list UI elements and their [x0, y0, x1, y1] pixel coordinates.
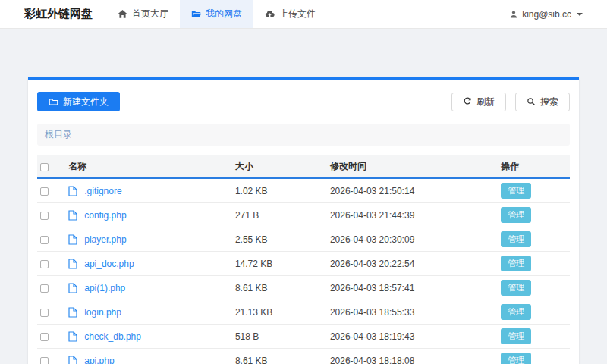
file-size: 518 B [232, 325, 327, 349]
manage-button[interactable]: 管理 [501, 256, 531, 271]
file-size: 1.02 KB [232, 178, 327, 203]
folder-plus-icon [49, 97, 58, 107]
toolbar-right: 刷新 搜索 [451, 93, 570, 111]
file-modified-time: 2026-04-03 21:50:14 [327, 178, 498, 203]
file-name-link[interactable]: login.php [84, 307, 121, 318]
file-icon [68, 234, 77, 245]
folder-icon [191, 9, 201, 19]
row-checkbox[interactable] [40, 187, 49, 196]
column-header-actions: 操作 [498, 155, 570, 178]
cloud-upload-icon [265, 9, 275, 19]
user-email: king@sib.cc [522, 9, 571, 20]
manage-button[interactable]: 管理 [501, 280, 531, 296]
manage-button[interactable]: 管理 [501, 304, 531, 320]
file-modified-time: 2026-04-03 20:22:54 [327, 252, 498, 276]
manage-button[interactable]: 管理 [501, 183, 531, 199]
file-name-link[interactable]: check_db.php [84, 331, 141, 342]
breadcrumb-root-link[interactable]: 根目录 [45, 129, 72, 140]
file-icon [68, 307, 77, 318]
column-header-modified: 修改时间 [327, 155, 498, 178]
nav-item-home-hall[interactable]: 首页大厅 [106, 0, 180, 28]
nav-item-label: 上传文件 [279, 8, 316, 20]
file-modified-time: 2026-04-03 20:30:09 [327, 228, 498, 252]
refresh-icon [463, 97, 472, 106]
file-modified-time: 2026-04-03 18:55:33 [327, 300, 498, 325]
manage-button[interactable]: 管理 [501, 207, 531, 223]
file-size: 2.55 KB [232, 228, 327, 252]
manage-button[interactable]: 管理 [501, 353, 531, 364]
file-size: 14.72 KB [232, 252, 327, 276]
user-icon [509, 10, 518, 19]
user-menu[interactable]: king@sib.cc [485, 0, 607, 28]
file-name-link[interactable]: config.php [84, 210, 126, 221]
main-nav: 首页大厅 我的网盘 上传文件 [106, 0, 327, 28]
table-row: api(1).php 8.61 KB 2026-04-03 18:57:41 管… [37, 276, 570, 300]
table-row: config.php 271 B 2026-04-03 21:44:39 管理 [37, 203, 570, 228]
chevron-down-icon [577, 13, 583, 16]
file-name-link[interactable]: api(1).php [84, 283, 125, 293]
row-checkbox[interactable] [40, 309, 49, 317]
column-header-size: 大小 [232, 155, 327, 178]
manage-button[interactable]: 管理 [501, 328, 531, 344]
row-checkbox[interactable] [40, 333, 49, 341]
file-name-link[interactable]: .gitignore [84, 186, 121, 196]
row-checkbox[interactable] [40, 284, 49, 293]
file-table: 名称 大小 修改时间 操作 .gitignore 1.02 KB 2026-04… [37, 155, 570, 364]
nav-item-my-drive[interactable]: 我的网盘 [180, 0, 253, 28]
table-row: check_db.php 518 B 2026-04-03 18:19:43 管… [37, 325, 570, 349]
file-icon [68, 283, 77, 293]
file-size: 271 B [232, 203, 327, 228]
breadcrumb: 根目录 [37, 124, 570, 146]
file-manager-card: 新建文件夹 刷新 搜索 根目录 名称 大小 修改时间 操作 [28, 77, 579, 364]
new-folder-button[interactable]: 新建文件夹 [37, 92, 120, 111]
file-modified-time: 2026-04-03 18:18:08 [327, 349, 498, 364]
file-size: 8.61 KB [232, 276, 327, 300]
search-label: 搜索 [540, 96, 558, 108]
table-row: login.php 21.13 KB 2026-04-03 18:55:33 管… [37, 300, 570, 325]
table-row: api.php 8.61 KB 2026-04-03 18:18:08 管理 [37, 349, 570, 364]
file-name-link[interactable]: player.php [84, 234, 126, 245]
file-size: 21.13 KB [232, 300, 327, 325]
row-checkbox[interactable] [40, 357, 49, 364]
table-header-row: 名称 大小 修改时间 操作 [37, 155, 570, 178]
file-icon [68, 210, 77, 221]
file-icon [68, 331, 77, 342]
navbar: 彩虹外链网盘 首页大厅 我的网盘 上传文件 king@sib.cc [0, 0, 607, 29]
row-checkbox[interactable] [40, 212, 49, 220]
file-modified-time: 2026-04-03 18:57:41 [327, 276, 498, 300]
file-modified-time: 2026-04-03 21:44:39 [327, 203, 498, 228]
file-table-body: .gitignore 1.02 KB 2026-04-03 21:50:14 管… [37, 178, 570, 364]
file-name-link[interactable]: api.php [84, 356, 114, 364]
new-folder-label: 新建文件夹 [63, 96, 109, 108]
refresh-button[interactable]: 刷新 [451, 93, 506, 111]
manage-button[interactable]: 管理 [501, 231, 531, 247]
table-row: .gitignore 1.02 KB 2026-04-03 21:50:14 管… [37, 178, 570, 203]
select-all-checkbox[interactable] [40, 163, 49, 171]
column-header-name: 名称 [65, 155, 232, 178]
toolbar: 新建文件夹 刷新 搜索 [37, 92, 570, 111]
table-row: api_doc.php 14.72 KB 2026-04-03 20:22:54… [37, 252, 570, 276]
file-name-link[interactable]: api_doc.php [84, 259, 134, 269]
file-icon [68, 186, 77, 196]
file-icon [68, 259, 77, 269]
brand-title[interactable]: 彩虹外链网盘 [24, 0, 93, 28]
nav-item-label: 首页大厅 [132, 8, 168, 20]
file-size: 8.61 KB [232, 349, 327, 364]
search-icon [527, 97, 536, 106]
search-button[interactable]: 搜索 [515, 93, 570, 111]
refresh-label: 刷新 [476, 96, 495, 108]
file-icon [68, 356, 77, 364]
row-checkbox[interactable] [40, 260, 49, 268]
home-icon [118, 9, 127, 19]
table-row: player.php 2.55 KB 2026-04-03 20:30:09 管… [37, 228, 570, 252]
nav-item-upload[interactable]: 上传文件 [253, 0, 327, 28]
row-checkbox[interactable] [40, 236, 49, 244]
file-modified-time: 2026-04-03 18:19:43 [327, 325, 498, 349]
nav-item-label: 我的网盘 [206, 8, 242, 20]
